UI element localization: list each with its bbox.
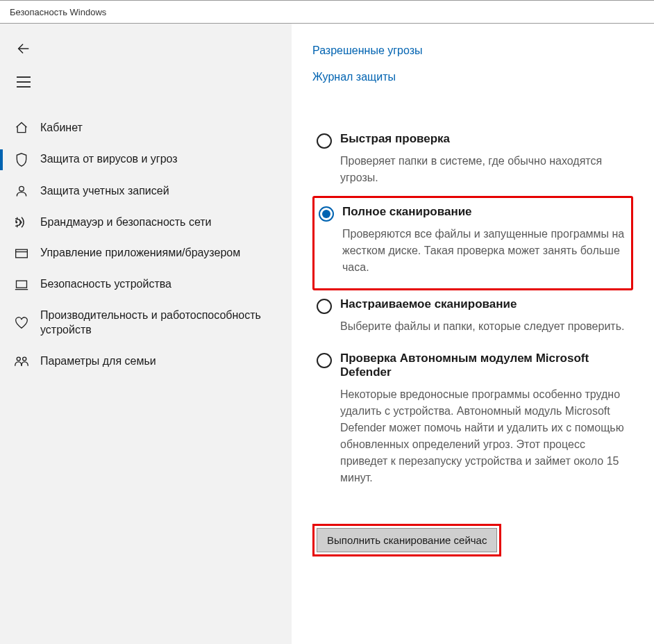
window-titlebar: Безопасность Windows <box>0 0 654 24</box>
scan-now-highlight: Выполнить сканирование сейчас <box>312 524 501 556</box>
svg-point-4 <box>19 187 24 192</box>
svg-rect-6 <box>16 249 28 258</box>
sidebar-item-home[interactable]: Кабинет <box>0 113 292 144</box>
family-icon <box>12 355 31 368</box>
radio-full-scan[interactable] <box>319 206 334 222</box>
app-control-icon <box>12 247 31 260</box>
person-icon <box>12 184 31 198</box>
svg-point-10 <box>17 357 20 361</box>
sidebar-item-label: Кабинет <box>40 121 83 135</box>
sidebar-item-label: Защита учетных записей <box>40 184 169 199</box>
back-button[interactable] <box>14 39 33 58</box>
scan-option-offline-defender[interactable]: Проверка Автономным модулем Microsoft De… <box>312 345 633 496</box>
sidebar-item-label: Управление приложениями/браузером <box>40 246 240 261</box>
scan-option-full[interactable]: Полное сканирование Проверяются все файл… <box>312 196 633 290</box>
sidebar-item-label: Защита от вирусов и угроз <box>40 152 178 167</box>
scan-option-title: Настраиваемое сканирование <box>340 297 629 311</box>
heart-icon <box>12 317 31 329</box>
svg-point-11 <box>23 357 26 361</box>
sidebar-item-label: Параметры для семьи <box>40 354 156 369</box>
hamburger-menu-button[interactable] <box>14 72 33 92</box>
main-content: Разрешенные угрозы Журнал защиты Быстрая… <box>292 24 654 644</box>
scan-option-custom[interactable]: Настраиваемое сканирование Выберите файл… <box>312 290 633 345</box>
scan-option-desc: Проверяются все файлы и запущенные прогр… <box>342 226 626 276</box>
home-icon <box>12 121 31 135</box>
sidebar-item-app-browser[interactable]: Управление приложениями/браузером <box>0 238 292 269</box>
sidebar-item-label: Брандмауэр и безопасность сети <box>40 215 212 230</box>
sidebar-item-performance[interactable]: Производительность и работоспособность у… <box>0 300 292 346</box>
radio-offline-defender-scan[interactable] <box>317 353 332 368</box>
window-title: Безопасность Windows <box>10 7 106 17</box>
scan-option-title: Полное сканирование <box>342 205 626 219</box>
device-icon <box>12 279 31 291</box>
svg-rect-8 <box>17 281 27 288</box>
sidebar-item-virus-protection[interactable]: Защита от вирусов и угроз <box>0 144 292 176</box>
sidebar-item-label: Производительность и работоспособность у… <box>40 308 278 338</box>
sidebar-item-device-security[interactable]: Безопасность устройства <box>0 269 292 300</box>
shield-icon <box>12 152 31 167</box>
radio-quick-scan[interactable] <box>317 133 332 149</box>
sidebar-item-label: Безопасность устройства <box>40 277 171 292</box>
scan-now-button[interactable]: Выполнить сканирование сейчас <box>317 528 497 552</box>
sidebar-item-family[interactable]: Параметры для семьи <box>0 346 292 377</box>
scan-option-desc: Проверяет папки в системе, где обычно на… <box>340 153 629 186</box>
scan-option-title: Проверка Автономным модулем Microsoft De… <box>340 352 629 379</box>
sidebar-item-firewall[interactable]: Брандмауэр и безопасность сети <box>0 207 292 238</box>
link-protection-history[interactable]: Журнал защиты <box>312 71 633 83</box>
scan-option-desc: Выберите файлы и папки, которые следует … <box>340 318 629 335</box>
link-allowed-threats[interactable]: Разрешенные угрозы <box>312 44 633 57</box>
scan-option-desc: Некоторые вредоносные программы особенно… <box>340 386 629 486</box>
scan-option-title: Быстрая проверка <box>340 132 629 146</box>
sidebar-item-account-protection[interactable]: Защита учетных записей <box>0 176 292 207</box>
scan-option-quick[interactable]: Быстрая проверка Проверяет папки в систе… <box>312 125 633 196</box>
sidebar: Кабинет Защита от вирусов и угроз Защита… <box>0 24 292 644</box>
wifi-icon <box>12 216 31 229</box>
radio-custom-scan[interactable] <box>317 299 332 314</box>
svg-point-5 <box>15 222 17 224</box>
